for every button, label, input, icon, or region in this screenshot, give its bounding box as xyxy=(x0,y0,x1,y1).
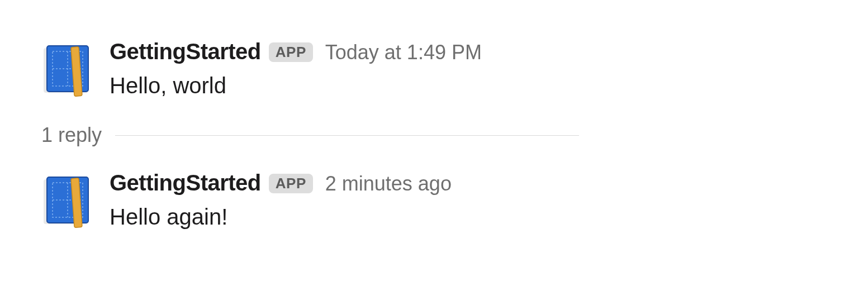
app-badge: APP xyxy=(269,174,313,193)
message-body: GettingStarted APP 2 minutes ago Hello a… xyxy=(110,170,828,231)
separator-line xyxy=(115,135,579,136)
avatar[interactable] xyxy=(40,42,96,98)
message-row: GettingStarted APP Today at 1:49 PM Hell… xyxy=(40,39,828,100)
message-header: GettingStarted APP 2 minutes ago xyxy=(110,170,828,196)
message-header: GettingStarted APP Today at 1:49 PM xyxy=(110,39,828,64)
message-body: GettingStarted APP Today at 1:49 PM Hell… xyxy=(110,39,828,100)
message-row: GettingStarted APP 2 minutes ago Hello a… xyxy=(40,170,828,231)
sender-name[interactable]: GettingStarted xyxy=(110,39,261,64)
blueprint-icon xyxy=(40,42,96,98)
app-badge: APP xyxy=(269,42,313,62)
message-text: Hello, world xyxy=(110,71,828,100)
message-text: Hello again! xyxy=(110,202,828,231)
timestamp[interactable]: 2 minutes ago xyxy=(325,172,452,196)
thread-separator: 1 reply xyxy=(41,123,828,147)
blueprint-icon xyxy=(40,174,96,230)
avatar[interactable] xyxy=(40,174,96,230)
sender-name[interactable]: GettingStarted xyxy=(110,170,261,196)
reply-count[interactable]: 1 reply xyxy=(41,123,102,147)
timestamp[interactable]: Today at 1:49 PM xyxy=(325,41,482,64)
